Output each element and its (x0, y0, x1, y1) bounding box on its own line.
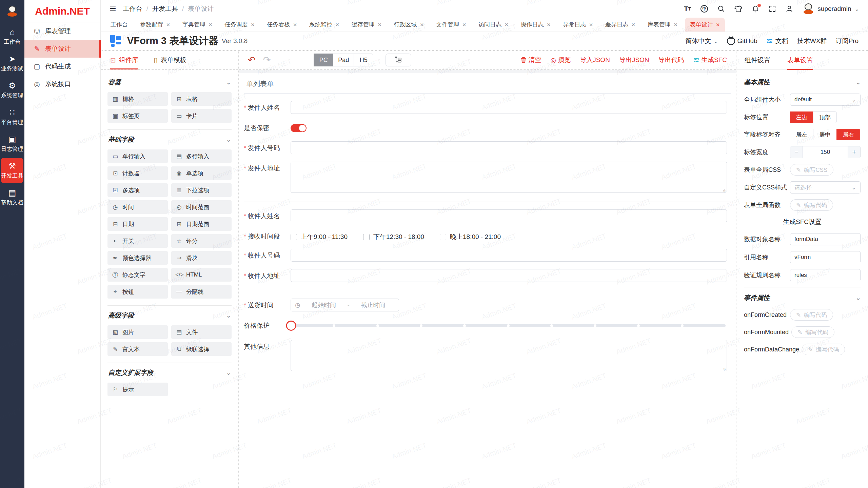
label-position-option[interactable]: 左边 (790, 111, 813, 123)
receiver-phone-input[interactable] (291, 249, 727, 262)
page-tab[interactable]: 工作台 ✕ (105, 18, 133, 32)
generate-sfc-button[interactable]: ≋ 生成SFC (693, 56, 727, 64)
export-json-button[interactable]: 导出JSON (619, 56, 649, 64)
app-logo[interactable] (0, 0, 24, 22)
palette-item[interactable]: ⚐ 提示 (107, 383, 168, 396)
checkbox-option[interactable]: 上午9:00 - 11:30 (291, 232, 348, 241)
edit-code-button[interactable]: ✎编写代码 (790, 309, 833, 321)
undo-icon[interactable]: ↶ (248, 55, 256, 65)
checkbox-icon[interactable] (363, 234, 370, 240)
tab-close-icon[interactable]: ✕ (293, 22, 297, 27)
breadcrumb-item[interactable]: 工作台 (123, 4, 142, 13)
language-icon[interactable]: 中 (701, 5, 708, 13)
redo-icon[interactable]: ↷ (263, 55, 271, 65)
sidebar-menu-item[interactable]: ⛁ 库表管理 (24, 22, 100, 40)
palette-item[interactable]: — 分隔线 (171, 285, 232, 299)
sender-address-textarea[interactable]: ≡ (291, 162, 727, 193)
ref-name-input[interactable]: vForm (790, 251, 861, 263)
page-tab[interactable]: 行政区域 ✕ (389, 18, 429, 32)
custom-css-select[interactable]: 请选择⌄ (790, 181, 861, 194)
palette-item[interactable]: Ⓣ 静态文字 (107, 268, 168, 282)
font-size-icon[interactable]: TT (684, 5, 691, 13)
delivery-time-range-input[interactable]: ◷ 起始时间 - 截止时间 (291, 299, 399, 311)
label-align-option[interactable]: 居中 (813, 129, 837, 140)
profile-icon[interactable] (786, 5, 793, 13)
receiver-address-input[interactable] (291, 269, 727, 282)
rail-nav-item[interactable]: ▤ 帮助文档 (1, 185, 23, 210)
language-select[interactable]: 简体中文⌄ (685, 37, 718, 45)
palette-item[interactable]: ▤ 多行输入 (171, 149, 232, 163)
rail-nav-item[interactable]: ▣ 日志管理 (1, 131, 23, 156)
edit-css-button[interactable]: ✎ 编写CSS (790, 164, 833, 176)
rail-nav-item[interactable]: ➤ 业务测试 (1, 51, 23, 76)
tab-close-icon[interactable]: ✕ (251, 22, 255, 27)
price-slider-handle[interactable] (286, 321, 296, 331)
receiver-name-input[interactable] (291, 209, 727, 222)
rules-name-input[interactable]: rules (790, 269, 861, 281)
palette-item[interactable]: ⊞ 表格 (171, 92, 232, 106)
menu-fold-icon[interactable]: ☰ (110, 4, 116, 13)
label-position-option[interactable]: 顶部 (813, 111, 837, 123)
tab-form-settings[interactable]: 表单设置 (787, 51, 813, 69)
subscribe-pro-link[interactable]: 订阅Pro (835, 37, 859, 45)
user-menu[interactable]: superadmin ⌄ (803, 3, 859, 15)
palette-item[interactable]: ▤ 文件 (171, 325, 232, 339)
sidebar-menu-item[interactable]: ▢ 代码生成 (24, 58, 100, 75)
palette-item[interactable]: ⊸ 滑块 (171, 251, 232, 265)
tab-widget-settings[interactable]: 组件设置 (745, 51, 770, 69)
edit-code-button[interactable]: ✎编写代码 (802, 344, 845, 355)
page-tab[interactable]: 差异日志 ✕ (600, 18, 640, 32)
chevron-down-icon[interactable]: ⌄ (226, 312, 231, 319)
tab-close-icon[interactable]: ✕ (505, 22, 509, 27)
page-tab[interactable]: 文件管理 ✕ (431, 18, 471, 32)
checkbox-option[interactable]: 下午12:30 - 18:00 (363, 232, 424, 241)
notification-bell-icon[interactable] (752, 5, 759, 13)
page-tab[interactable]: 库表管理 ✕ (643, 18, 683, 32)
palette-item[interactable]: ◴ 时间范围 (171, 200, 232, 214)
palette-item[interactable]: ⧉ 级联选择 (171, 342, 232, 356)
page-tab[interactable]: 异常日志 ✕ (558, 18, 598, 32)
chevron-down-icon[interactable]: ⌄ (226, 79, 231, 86)
palette-item[interactable]: ◐ 开关 (107, 234, 168, 248)
palette-item[interactable]: ✎ 富文本 (107, 342, 168, 356)
page-tab[interactable]: 任务看板 ✕ (262, 18, 302, 32)
checkbox-option[interactable]: 晚上18:00 - 21:00 (440, 232, 501, 241)
palette-item[interactable]: ◉ 单选项 (171, 166, 232, 180)
palette-item[interactable]: ≣ 下拉选项 (171, 183, 232, 197)
tab-close-icon[interactable]: ✕ (209, 22, 213, 27)
tab-close-icon[interactable]: ✕ (589, 22, 593, 27)
other-info-textarea[interactable]: ≡ (291, 340, 727, 371)
device-button[interactable]: H5 (354, 54, 373, 66)
tab-close-icon[interactable]: ✕ (420, 22, 424, 27)
chevron-down-icon[interactable]: ⌄ (855, 79, 861, 86)
device-button[interactable]: Pad (333, 54, 354, 66)
palette-item[interactable]: ▧ 图片 (107, 325, 168, 339)
palette-item[interactable]: ◷ 时间 (107, 200, 168, 214)
rail-nav-item[interactable]: ⚙ 系统管理 (1, 78, 23, 103)
export-code-button[interactable]: 导出代码 (658, 56, 684, 64)
github-link[interactable]: GitHub (727, 37, 757, 45)
preview-button[interactable]: ◎ 预览 (551, 56, 571, 64)
chevron-down-icon[interactable]: ⌄ (226, 369, 231, 377)
page-tab[interactable]: 操作日志 ✕ (516, 18, 556, 32)
clear-button[interactable]: 清空 (520, 56, 541, 64)
outline-tree-button[interactable] (386, 54, 411, 66)
breadcrumb-item[interactable]: 开发工具 (152, 4, 178, 13)
palette-item[interactable]: ▭ 单行输入 (107, 149, 168, 163)
rail-nav-item[interactable]: ∷ 平台管理 (1, 104, 23, 129)
edit-code-button[interactable]: ✎ 编写代码 (790, 199, 833, 211)
tab-close-icon[interactable]: ✕ (547, 22, 551, 27)
search-icon[interactable] (717, 5, 725, 13)
tab-component-library[interactable]: ⊡ 组件库 (110, 51, 138, 69)
decrease-button[interactable]: − (790, 146, 803, 158)
palette-item[interactable]: ✒ 颜色选择器 (107, 251, 168, 265)
wx-group-link[interactable]: 技术WX群 (797, 37, 827, 45)
palette-item[interactable]: ☑ 多选项 (107, 183, 168, 197)
tab-form-template[interactable]: ▯ 表单模板 (154, 51, 186, 69)
tab-close-icon[interactable]: ✕ (716, 22, 720, 27)
tab-close-icon[interactable]: ✕ (631, 22, 635, 27)
edit-code-button[interactable]: ✎编写代码 (791, 326, 834, 338)
tab-close-icon[interactable]: ✕ (462, 22, 466, 27)
sidebar-menu-item[interactable]: ◎ 系统接口 (24, 75, 100, 93)
sender-name-input[interactable] (291, 101, 727, 114)
